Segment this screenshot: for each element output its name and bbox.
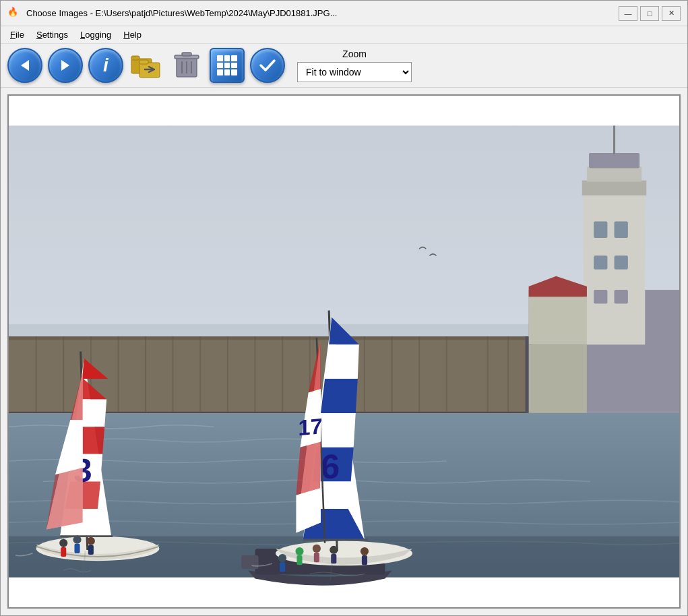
folder-move-icon (130, 51, 162, 80)
svg-rect-47 (589, 153, 639, 168)
svg-text:17: 17 (298, 414, 322, 440)
back-arrow-icon (17, 57, 33, 73)
svg-rect-5 (139, 60, 148, 64)
svg-marker-0 (21, 60, 29, 71)
svg-rect-16 (9, 336, 529, 340)
check-button[interactable] (250, 48, 285, 83)
svg-rect-8 (182, 53, 191, 56)
image-area: 3 (1, 88, 687, 615)
svg-rect-80 (362, 555, 367, 565)
minimize-button[interactable]: — (619, 6, 637, 21)
svg-rect-72 (280, 562, 285, 572)
svg-rect-45 (582, 181, 646, 195)
svg-point-75 (313, 545, 321, 553)
back-button[interactable] (7, 48, 42, 83)
svg-point-61 (87, 537, 95, 545)
svg-rect-50 (529, 344, 587, 413)
svg-point-79 (361, 547, 369, 555)
info-icon: i (103, 55, 108, 76)
menu-file[interactable]: File (5, 28, 30, 42)
svg-rect-41 (594, 255, 607, 269)
window-controls: — □ ✕ (619, 6, 681, 21)
grid-icon (217, 55, 237, 75)
svg-rect-40 (615, 222, 628, 238)
menu-bar: File Settings Logging Help (1, 26, 687, 44)
title-bar-left: 🔥 Choose Images - E:\Users\patjd\Picture… (7, 7, 337, 20)
grid-view-button[interactable] (210, 48, 245, 83)
svg-rect-65 (241, 555, 258, 569)
forward-arrow-icon (57, 57, 73, 73)
svg-text:6: 6 (321, 447, 340, 486)
svg-rect-44 (615, 290, 628, 303)
close-button[interactable]: ✕ (662, 6, 681, 21)
svg-rect-3 (131, 56, 139, 60)
svg-point-71 (278, 554, 286, 562)
checkmark-icon (258, 56, 277, 75)
app-icon: 🔥 (7, 7, 21, 20)
svg-rect-60 (74, 544, 80, 553)
svg-rect-43 (594, 290, 607, 303)
svg-rect-46 (587, 166, 642, 181)
sailing-scene: 3 (9, 96, 679, 607)
svg-rect-58 (61, 547, 66, 557)
window-title: Choose Images - E:\Users\patjd\Pictures\… (26, 8, 337, 18)
svg-rect-38 (584, 194, 645, 344)
trash-icon (174, 50, 199, 81)
svg-rect-39 (594, 222, 607, 238)
svg-rect-62 (88, 545, 94, 555)
title-bar: 🔥 Choose Images - E:\Users\patjd\Picture… (1, 1, 687, 26)
main-window: 🔥 Choose Images - E:\Users\patjd\Picture… (0, 0, 688, 616)
move-folder-button[interactable] (129, 48, 164, 83)
svg-point-77 (330, 546, 338, 554)
svg-rect-49 (529, 297, 587, 344)
svg-point-57 (59, 539, 67, 547)
info-button[interactable]: i (88, 48, 123, 83)
svg-rect-76 (314, 553, 319, 562)
svg-marker-1 (61, 60, 69, 71)
menu-help[interactable]: Help (118, 28, 147, 42)
maximize-button[interactable]: □ (640, 6, 659, 21)
menu-settings[interactable]: Settings (31, 28, 73, 42)
zoom-label: Zoom (342, 49, 367, 59)
svg-rect-42 (615, 255, 628, 269)
toolbar: i (1, 44, 687, 88)
image-container: 3 (7, 94, 681, 609)
zoom-section: Zoom Fit to window 25% 50% 75% 100% 150%… (297, 49, 412, 82)
zoom-select[interactable]: Fit to window 25% 50% 75% 100% 150% 200% (297, 62, 412, 82)
delete-button[interactable] (169, 48, 204, 83)
svg-rect-74 (296, 555, 302, 565)
svg-point-73 (295, 547, 303, 555)
menu-logging[interactable]: Logging (75, 28, 117, 42)
forward-button[interactable] (48, 48, 83, 83)
